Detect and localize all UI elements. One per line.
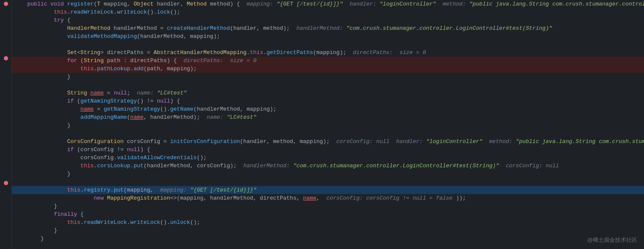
token: method: [489, 138, 515, 145]
token: this [67, 187, 80, 193]
token [343, 1, 350, 7]
gutter-line-19 [2, 148, 10, 155]
line-content-20: this.corsLookup.put(handlerMethod, corsC… [27, 163, 644, 169]
line-content-2: try { [27, 17, 644, 23]
token: . [114, 9, 117, 15]
code-line-25: } [12, 202, 644, 210]
line-content-29: } [27, 235, 644, 242]
token: put [114, 187, 124, 193]
token: "LC#test" [227, 114, 256, 120]
code-line-0: public void register(T mapping, Object h… [12, 0, 644, 8]
code-line-12: if (getNamingStrategy() != null) { [12, 97, 644, 105]
code-line-22 [12, 178, 644, 186]
watermark: @稀土掘金技术社区 [587, 236, 637, 244]
token: corsLookup [97, 163, 130, 169]
code-line-17: CorsConfiguration corsConfig = initCorsC… [12, 137, 644, 146]
line-content-25: } [27, 203, 644, 209]
gutter-line-31 [2, 241, 10, 249]
token: registry [84, 187, 110, 193]
token: (path, mapping); [144, 66, 197, 72]
token: corsConfig = [124, 138, 170, 145]
code-line-29: } [12, 235, 644, 243]
token: } [40, 235, 44, 242]
token: put [134, 163, 144, 169]
token [483, 138, 489, 145]
code-line-5 [12, 40, 644, 49]
gutter-line-11 [2, 86, 10, 93]
token: "com.crush.stumanager.controller.LoginCo… [346, 25, 552, 31]
token: (corsConfig != [74, 146, 127, 153]
code-line-13: name = getNamingStrategy().getName(handl… [12, 105, 644, 113]
token: initCorsConfiguration [170, 138, 240, 145]
gutter-line-15 [2, 117, 10, 124]
token: corsConfig: corsConfig != null = false [326, 195, 452, 201]
token: String [67, 90, 87, 96]
gutter-line-6 [2, 47, 10, 54]
token: (mapping); [313, 49, 353, 56]
gutter-line-18 [2, 140, 10, 148]
token: MappingRegistration [107, 195, 170, 201]
token: HandlerMethod [67, 25, 110, 31]
token: } [54, 227, 57, 234]
line-content-13: name = getNamingStrategy().getName(handl… [27, 106, 644, 112]
line-content-24: new MappingRegistration<>(mapping, handl… [27, 195, 644, 201]
token: corsConfig. [80, 155, 117, 161]
code-line-19: corsConfig.validateAllowCredentials(); [12, 154, 644, 162]
token: this [67, 219, 80, 226]
token: Method [187, 1, 207, 7]
gutter-line-13 [2, 101, 10, 109]
token: name [303, 195, 316, 201]
code-line-11: String name = null; name: "LC#test" [12, 89, 644, 97]
line-content-8: this.pathLookup.add(path, mapping); [27, 66, 644, 72]
code-line-20: this.corsLookup.put(handlerMethod, corsC… [12, 162, 644, 170]
token: < [77, 49, 80, 56]
token: getNamingStrategy [80, 98, 137, 104]
gutter-line-29 [2, 226, 10, 233]
token: if [67, 146, 74, 153]
token: mapping: [247, 1, 276, 7]
token: . [127, 219, 130, 226]
token: this [54, 9, 67, 15]
gutter-line-16 [2, 125, 10, 132]
token: for [67, 57, 77, 64]
token: handler, [154, 1, 187, 7]
token: pathLookup [97, 66, 130, 72]
token: (mapping, [124, 187, 160, 193]
token: getDirectPaths [267, 49, 313, 56]
token: (handlerMethod, corsConfig); [144, 163, 243, 169]
token: T [97, 1, 101, 7]
token: } [67, 74, 71, 80]
gutter-line-23 [2, 179, 10, 186]
token: (). [160, 219, 170, 226]
token: . [130, 66, 134, 72]
token: method) { [207, 1, 247, 7]
token: new [94, 195, 107, 201]
token: mapping, [101, 1, 134, 7]
token: "public java.lang.String com.crush.stuma… [469, 1, 644, 7]
line-content-4: validateMethodMapping(handlerMethod, map… [27, 33, 644, 40]
token: )); [453, 195, 466, 201]
line-content-3: HandlerMethod handlerMethod = createHand… [27, 25, 644, 31]
line-content-18: if (corsConfig != null) { [27, 146, 644, 153]
line-content-17: CorsConfiguration corsConfig = initCorsC… [27, 138, 644, 145]
token: path : directPaths) { [104, 57, 183, 64]
token: CorsConfiguration [67, 138, 124, 145]
code-line-7: for (String path : directPaths) { direct… [12, 57, 644, 65]
code-line-9: } [12, 73, 644, 81]
code-area[interactable]: public void register(T mapping, Object h… [12, 0, 644, 249]
token: (); [197, 155, 207, 161]
code-line-3: HandlerMethod handlerMethod = createHand… [12, 24, 644, 32]
gutter-line-5 [2, 39, 10, 46]
code-line-24: new MappingRegistration<>(mapping, handl… [12, 194, 644, 202]
token: "LC#test" [157, 90, 187, 96]
gutter-line-10 [2, 78, 10, 86]
token: . [130, 163, 134, 169]
token: finally [54, 211, 77, 218]
token: . [247, 49, 250, 56]
token: try [54, 17, 63, 23]
token: > directPaths = [101, 49, 154, 56]
token: { [77, 211, 84, 218]
line-content-7: for (String path : directPaths) { direct… [27, 57, 644, 64]
token: Object [134, 1, 154, 7]
token: corsConfig: null [336, 138, 396, 145]
